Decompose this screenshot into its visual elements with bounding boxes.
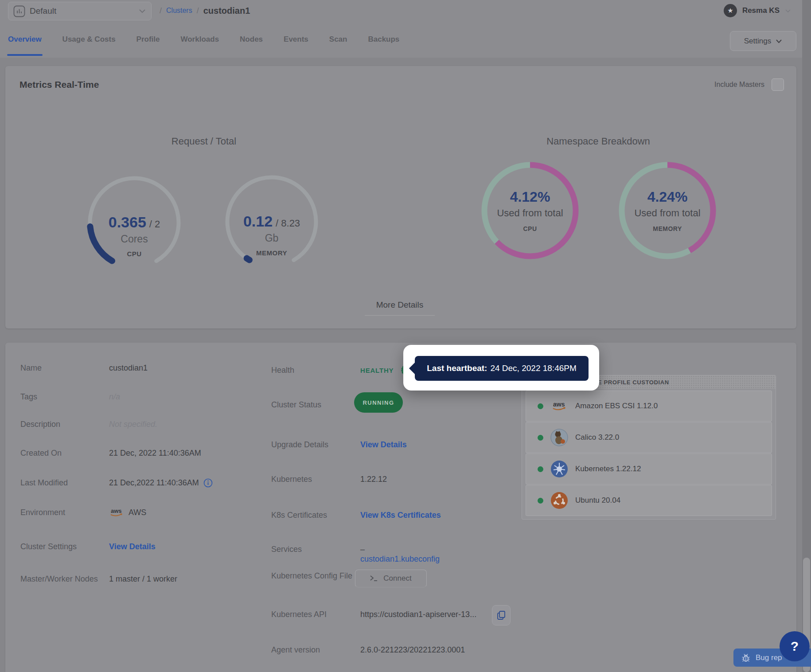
detail-row-master-worker: Master/Worker Nodes 1 master / 1 worker — [20, 574, 177, 584]
request-total-title: Request / Total — [66, 136, 341, 147]
project-selector[interactable]: Default — [8, 2, 152, 20]
memory-gauge-label: MEMORY — [218, 249, 325, 257]
breadcrumb-separator: / — [160, 6, 162, 16]
detail-row-cluster-settings: Cluster Settings View Details — [20, 542, 156, 551]
detail-row-agent-version: Agent version 2.6.0-221223/20221223.0001 — [271, 645, 465, 655]
infra-layer-cni[interactable]: Calico 3.22.0 — [526, 422, 772, 453]
breadcrumb-clusters-link[interactable]: Clusters — [166, 7, 192, 15]
detail-row-cluster-status: Cluster Status — [271, 400, 360, 410]
detail-row-kubernetes-api: Kubernetes API https://custodian1-apiser… — [271, 610, 476, 619]
upgrade-view-details-link[interactable]: View Details — [360, 440, 407, 449]
detail-row-kubernetes: Kubernetes 1.22.12 — [271, 475, 387, 484]
detail-row-upgrade-details: Upgrade Details View Details — [271, 440, 407, 449]
connect-button[interactable]: Connect — [355, 570, 427, 587]
user-menu[interactable]: ★ Resma KS — [724, 0, 791, 21]
detail-row-k8s-certificates: K8s Certificates View K8s Certificates — [271, 511, 441, 520]
namespace-memory-donut: 4.24% Used from total MEMORY — [616, 160, 718, 262]
settings-button-label: Settings — [744, 37, 771, 46]
cpu-gauge-value-line: 0.365/ 2 — [81, 214, 187, 231]
tab-nodes[interactable]: Nodes — [240, 21, 263, 58]
tab-scan[interactable]: Scan — [329, 21, 347, 58]
namespace-cpu-donut: 4.12% Used from total CPU — [479, 160, 581, 262]
detail-row-last-modified: Last Modified 21 Dec,2022 11:40:36AM — [20, 478, 213, 488]
detail-row-health: Health HEALTHY — [271, 364, 413, 376]
tab-backups[interactable]: Backups — [368, 21, 399, 58]
tab-profile[interactable]: Profile — [136, 21, 160, 58]
namespace-memory-percent: 4.24% — [616, 189, 718, 205]
namespace-memory-caption: Used from total — [616, 207, 718, 219]
tab-bar: Overview Usage & Costs Profile Workloads… — [0, 21, 811, 58]
include-masters-control: Include Masters — [714, 78, 784, 91]
cpu-gauge-label: CPU — [81, 250, 187, 258]
aws-icon: aws — [550, 397, 568, 415]
scrollbar-track — [802, 0, 811, 672]
cluster-status-badge: RUNNING — [354, 392, 403, 413]
metrics-title: Metrics Real-Time — [19, 79, 99, 90]
cluster-settings-view-details-link[interactable]: View Details — [109, 542, 156, 551]
help-button-label: ? — [791, 639, 799, 654]
copy-api-url-button[interactable] — [492, 605, 511, 625]
status-dot — [538, 466, 543, 472]
help-button[interactable]: ? — [780, 631, 810, 661]
memory-request-value: 0.12 — [243, 213, 273, 230]
breadcrumb-separator: / — [197, 6, 199, 16]
infra-layer-kubernetes[interactable]: Kubernetes 1.22.12 — [526, 453, 772, 484]
settings-button[interactable]: Settings — [730, 31, 796, 51]
project-selector-label: Default — [30, 6, 56, 16]
status-dot — [538, 403, 543, 409]
tab-overview[interactable]: Overview — [8, 21, 42, 58]
cpu-total-value: / 2 — [149, 219, 160, 230]
namespace-cpu-label: CPU — [479, 225, 581, 232]
detail-row-services: Services – — [271, 545, 365, 554]
memory-gauge-value-line: 0.12/ 8.23 — [218, 213, 325, 230]
namespace-cpu-caption: Used from total — [479, 207, 581, 219]
tab-events[interactable]: Events — [284, 21, 308, 58]
namespace-cpu-percent: 4.12% — [479, 189, 581, 205]
detail-row-created-on: Created On 21 Dec, 2022 11:40:36AM — [20, 449, 201, 458]
tab-usage-costs[interactable]: Usage & Costs — [62, 21, 116, 58]
infra-layer-os[interactable]: Ubuntu 20.04 — [526, 485, 772, 516]
svg-text:aws: aws — [553, 401, 565, 408]
top-bar: Default / Clusters / custodian1 ★ Resma … — [0, 0, 811, 22]
cpu-request-value: 0.365 — [109, 214, 146, 231]
cpu-gauge-unit: Cores — [81, 233, 187, 245]
include-masters-checkbox[interactable] — [772, 78, 784, 91]
status-dot — [538, 498, 543, 504]
view-k8s-certificates-link[interactable]: View K8s Certificates — [360, 511, 441, 520]
connect-button-label: Connect — [383, 574, 411, 583]
memory-gauge: 0.12/ 8.23 Gb MEMORY — [218, 168, 325, 275]
cpu-gauge: 0.365/ 2 Cores CPU — [81, 169, 187, 276]
chevron-down-icon — [785, 9, 791, 13]
info-icon[interactable] — [203, 478, 213, 488]
tab-workloads[interactable]: Workloads — [181, 21, 219, 58]
aws-icon: aws — [109, 507, 124, 518]
terminal-icon — [370, 575, 378, 582]
kubernetes-api-url: https://custodian1-apiserver-13... — [360, 610, 476, 619]
user-avatar-star-icon: ★ — [724, 4, 737, 17]
calico-icon — [550, 429, 568, 446]
more-details-link[interactable]: More Details — [365, 300, 435, 316]
tabs: Overview Usage & Costs Profile Workloads… — [8, 21, 399, 58]
tooltip-arrow — [409, 362, 415, 375]
chevron-down-icon — [139, 9, 146, 13]
chevron-down-icon — [776, 39, 782, 43]
detail-row-kubeconfig: Kubernetes Config File — [271, 571, 360, 581]
detail-row-description: Description Not specified. — [20, 420, 157, 429]
copy-icon — [497, 610, 506, 620]
detail-row-tags: Tags n/a — [20, 392, 120, 402]
cluster-overview-page: Default / Clusters / custodian1 ★ Resma … — [0, 0, 811, 672]
user-name: Resma KS — [742, 6, 780, 15]
health-status-badge: HEALTHY — [360, 367, 394, 374]
infrastructure-profile-panel: INFRASTRUCTURE PROFILE CUSTODIAN aws Ama… — [522, 375, 776, 520]
kubeconfig-file-link[interactable]: custodian1.kubeconfig — [360, 555, 440, 564]
project-icon — [13, 5, 25, 17]
namespace-memory-label: MEMORY — [616, 225, 718, 232]
kubernetes-icon — [550, 460, 568, 478]
include-masters-label: Include Masters — [714, 81, 764, 89]
svg-text:aws: aws — [111, 508, 122, 514]
detail-row-name: Name custodian1 — [20, 363, 148, 373]
ubuntu-icon — [550, 492, 568, 509]
infra-layer-csi[interactable]: aws Amazon EBS CSI 1.12.0 — [526, 391, 772, 422]
cluster-details-card: Name custodian1 Tags n/a Description Not… — [5, 343, 796, 672]
breadcrumb-current-cluster: custodian1 — [203, 6, 250, 16]
